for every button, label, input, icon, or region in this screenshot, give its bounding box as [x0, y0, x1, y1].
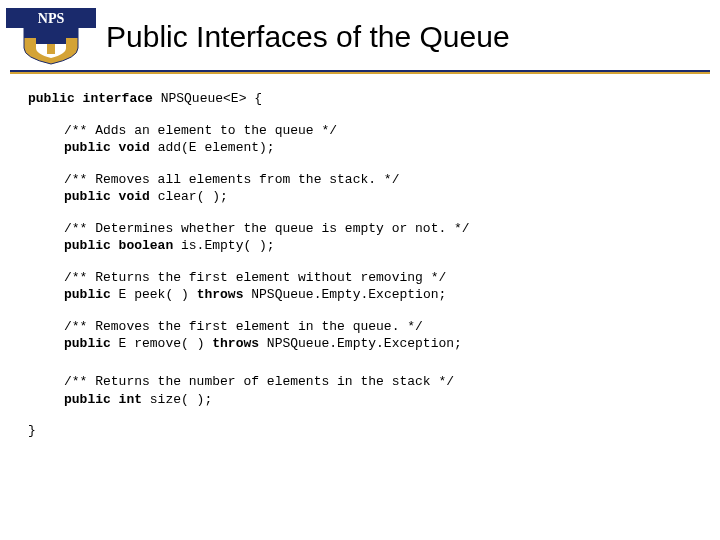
keyword: public	[64, 336, 111, 351]
code-text: add(E element);	[150, 140, 275, 155]
title-divider	[10, 70, 710, 74]
comment: /** Returns the number of elements in th…	[64, 373, 700, 391]
closing-brace: }	[28, 422, 700, 440]
method-size: /** Returns the number of elements in th…	[64, 373, 700, 408]
code-text: E peek( )	[111, 287, 197, 302]
code-text: E remove( )	[111, 336, 212, 351]
slide-title: Public Interfaces of the Queue	[106, 20, 510, 54]
keyword: public interface	[28, 91, 153, 106]
keyword: public	[64, 287, 111, 302]
keyword: public boolean	[64, 238, 173, 253]
code-text: NPSQueue.Empty.Exception;	[243, 287, 446, 302]
method-isempty: /** Determines whether the queue is empt…	[64, 220, 700, 255]
comment: /** Returns the first element without re…	[64, 269, 700, 287]
method-add: /** Adds an element to the queue */ publ…	[64, 122, 700, 157]
method-clear: /** Removes all elements from the stack.…	[64, 171, 700, 206]
comment: /** Removes the first element in the que…	[64, 318, 700, 336]
keyword: public void	[64, 189, 150, 204]
slide-header: NPS Public Interfaces of the Queue	[0, 0, 720, 66]
method-peek: /** Returns the first element without re…	[64, 269, 700, 304]
keyword: throws	[212, 336, 259, 351]
svg-text:NPS: NPS	[38, 11, 65, 26]
comment: /** Removes all elements from the stack.…	[64, 171, 700, 189]
code-text: is.Empty( );	[173, 238, 274, 253]
interface-signature: public interface NPSQueue<E> {	[28, 90, 700, 108]
keyword: throws	[197, 287, 244, 302]
code-text: NPSQueue<E> {	[153, 91, 262, 106]
nps-shield-logo: NPS	[6, 8, 96, 66]
keyword: public void	[64, 140, 150, 155]
code-text: size( );	[142, 392, 212, 407]
method-remove: /** Removes the first element in the que…	[64, 318, 700, 353]
code-text: clear( );	[150, 189, 228, 204]
comment: /** Adds an element to the queue */	[64, 122, 700, 140]
svg-rect-2	[47, 44, 55, 54]
comment: /** Determines whether the queue is empt…	[64, 220, 700, 238]
code-text: NPSQueue.Empty.Exception;	[259, 336, 462, 351]
keyword: public int	[64, 392, 142, 407]
code-content: public interface NPSQueue<E> { /** Adds …	[0, 74, 720, 440]
